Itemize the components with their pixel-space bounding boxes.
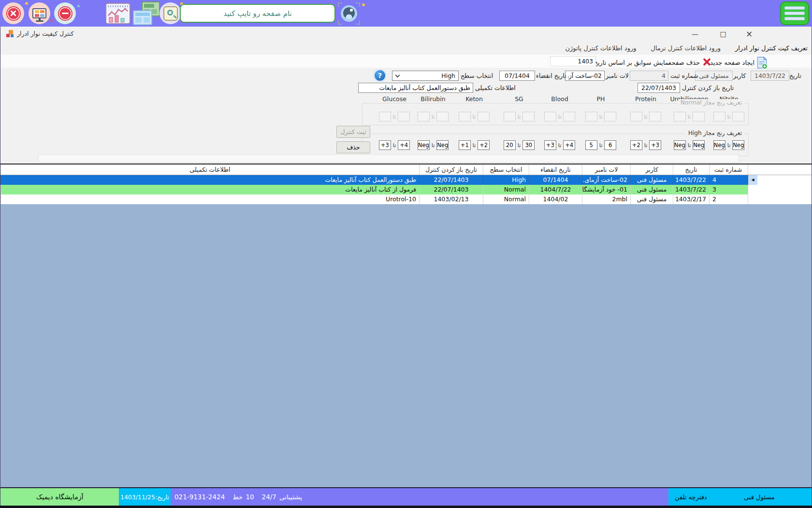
additional-info-field[interactable]	[358, 83, 473, 93]
cell-additional-info[interactable]: طبق دستورالعمل کتاب آنالیز مایعات	[0, 175, 419, 185]
header-lot-number[interactable]: لات نامبر	[582, 164, 630, 175]
cell-expiry-date[interactable]: 1404/02	[529, 194, 582, 204]
close-all-button[interactable]	[2, 2, 24, 24]
record-number-field[interactable]	[630, 71, 668, 81]
range-input[interactable]	[544, 112, 556, 121]
desktop-windows-button[interactable]	[29, 2, 50, 24]
delete-page-label[interactable]: حذف صفحه	[673, 59, 700, 66]
range-input[interactable]	[585, 140, 597, 150]
cell-expiry-date[interactable]: 1404/7/22	[529, 185, 582, 194]
header-record-number[interactable]: شماره ثبت	[709, 164, 748, 175]
cell-user[interactable]: مسئول فنی	[630, 194, 673, 204]
range-input[interactable]	[418, 112, 430, 121]
delete-control-button[interactable]: حذف	[336, 141, 370, 153]
new-page-label[interactable]: ایجاد صفحه جدید	[710, 59, 754, 66]
range-input[interactable]	[398, 140, 410, 150]
cell-lot-number[interactable]: 01- خود آزمایشگاه	[582, 185, 630, 194]
header-level[interactable]: انتخاب سطح	[483, 164, 529, 175]
range-input[interactable]	[504, 112, 516, 121]
new-page-button[interactable]	[756, 57, 768, 68]
header-date[interactable]: تاریخ	[673, 164, 709, 175]
cell-expiry-date[interactable]: 07/1404	[529, 175, 582, 185]
range-input[interactable]	[379, 140, 391, 150]
range-input[interactable]	[504, 140, 516, 150]
range-input[interactable]	[563, 112, 575, 121]
cell-control-open-date[interactable]: 22/07/1403	[419, 185, 483, 194]
header-user[interactable]: کاربر	[630, 164, 673, 175]
table-row[interactable]: ◀ 4 1403/7/22 مسئول فنی 02-ساخت آزمای...…	[0, 175, 812, 185]
page-name-input[interactable]	[180, 4, 335, 23]
tab-enter-normal-control-data[interactable]: ورود اطلاعات کنترل نرمال	[651, 45, 721, 52]
range-input[interactable]	[630, 140, 642, 150]
user-field[interactable]	[695, 71, 733, 81]
search-button[interactable]	[160, 2, 181, 24]
level-combobox[interactable]: High	[392, 71, 459, 81]
header-additional-info[interactable]: اطلاعات تکمیلی	[0, 164, 419, 175]
range-input[interactable]	[478, 140, 490, 150]
range-input[interactable]	[732, 140, 744, 150]
range-input[interactable]	[713, 112, 725, 121]
maximize-button[interactable]: □	[715, 28, 731, 40]
cell-date[interactable]: 1403/7/22	[673, 175, 709, 185]
delete-page-x-icon[interactable]	[700, 56, 713, 68]
help-button[interactable]: ?	[374, 69, 386, 82]
phonebook-link[interactable]: دفترچه تلفن	[675, 493, 707, 501]
range-input[interactable]	[436, 140, 449, 150]
history-year-input[interactable]	[550, 56, 596, 66]
range-input[interactable]	[522, 140, 535, 150]
cell-additional-info[interactable]: Urotrol-10	[0, 194, 419, 204]
cell-user[interactable]: مسئول فنی	[630, 175, 673, 185]
range-input[interactable]	[522, 112, 535, 121]
range-input[interactable]	[649, 140, 661, 150]
cell-control-open-date[interactable]: 1403/02/13	[419, 194, 483, 204]
cell-lot-number[interactable]: 2mbl	[582, 194, 630, 204]
range-input[interactable]	[693, 140, 705, 150]
cell-user[interactable]: مسئول فنی	[630, 185, 673, 194]
view-page-button[interactable]	[338, 2, 360, 25]
range-input[interactable]	[418, 140, 430, 150]
range-input[interactable]	[674, 140, 686, 150]
range-input[interactable]	[732, 112, 744, 121]
statistics-chart-button[interactable]	[105, 3, 130, 24]
table-row[interactable]: 2 1403/2/17 مسئول فنی 2mbl 1404/02 Norma…	[0, 194, 812, 204]
cell-level[interactable]: Normal	[483, 185, 529, 194]
range-input[interactable]	[630, 112, 642, 121]
minimize-button[interactable]: —	[687, 28, 703, 40]
range-input[interactable]	[649, 112, 661, 121]
control-open-date-field[interactable]	[638, 83, 680, 93]
range-input[interactable]	[544, 140, 556, 150]
tab-define-urine-strip-control-kit[interactable]: تعریف کیت کنترل نوار ادرار	[735, 45, 808, 52]
header-expiry-date[interactable]: تاریخ انقضاء	[529, 164, 582, 175]
range-input[interactable]	[674, 112, 686, 121]
range-input[interactable]	[478, 112, 490, 121]
cell-date[interactable]: 1403/2/17	[673, 194, 709, 204]
table-row[interactable]: 3 1403/7/22 مسئول فنی 01- خود آزمایشگاه …	[0, 185, 812, 194]
range-input[interactable]	[379, 112, 391, 121]
minimize-all-button[interactable]	[54, 2, 76, 24]
cell-record-number[interactable]: 4	[709, 175, 748, 185]
cell-date[interactable]: 1403/7/22	[673, 185, 709, 194]
window-tiles-button[interactable]	[132, 1, 160, 26]
expiry-date-field[interactable]	[499, 71, 535, 81]
lot-number-field[interactable]	[565, 71, 605, 81]
range-input[interactable]	[604, 112, 616, 121]
range-input[interactable]	[604, 140, 616, 150]
cell-additional-info[interactable]: فرمول از کتاب آنالیز مایعات	[0, 185, 419, 194]
range-input[interactable]	[398, 112, 410, 121]
submit-control-button[interactable]: ثبت کنترل	[336, 126, 370, 138]
cell-level[interactable]: Normal	[483, 194, 529, 204]
range-input[interactable]	[459, 112, 471, 121]
cell-level[interactable]: High	[483, 175, 529, 185]
cell-record-number[interactable]: 2	[709, 194, 748, 204]
hamburger-menu-button[interactable]	[780, 1, 809, 25]
header-control-open-date[interactable]: تاریخ باز کردن کنترل	[419, 164, 483, 175]
tab-enter-pathogen-control-data[interactable]: ورود اطلاعات کنترل پاتوژن	[565, 45, 636, 52]
cell-lot-number[interactable]: 02-ساخت آزمای...	[582, 175, 630, 185]
cell-control-open-date[interactable]: 22/07/1403	[419, 175, 483, 185]
close-button[interactable]: ×	[741, 28, 757, 40]
range-input[interactable]	[585, 112, 597, 121]
date-field[interactable]	[751, 71, 789, 81]
range-input[interactable]	[713, 140, 725, 150]
range-input[interactable]	[693, 112, 705, 121]
range-input[interactable]	[563, 140, 575, 150]
